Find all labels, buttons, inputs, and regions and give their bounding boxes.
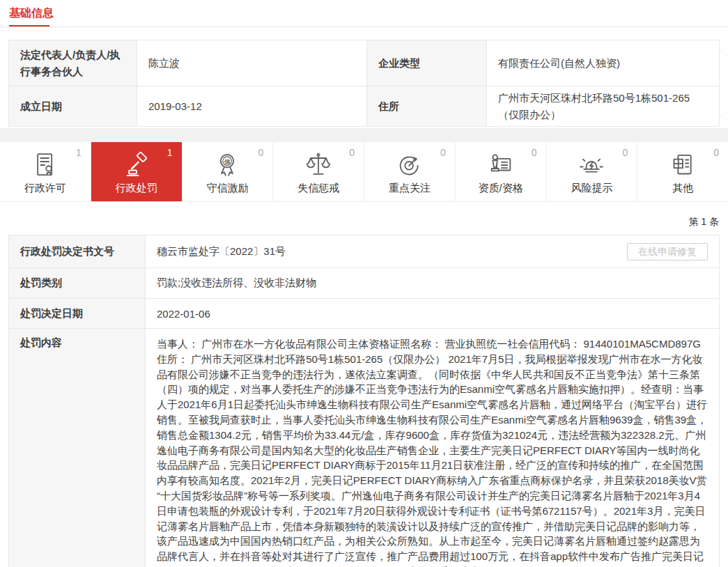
section-title-basic-info: 基础信息 (9, 6, 54, 21)
field-value-penalty-category: 罚款;没收违法所得、没收非法财物 (145, 267, 719, 298)
tab-label: 资质/资格 (479, 182, 523, 195)
svg-text:信: 信 (224, 157, 231, 164)
basic-info-table: 法定代表人/负责人/执行事务合伙人 陈立波 企业类型 有限责任公司(自然人独资)… (8, 40, 720, 127)
field-label-penalty-decision-date: 处罚决定日期 (9, 298, 145, 328)
field-label-penalty-category: 处罚类别 (9, 267, 145, 298)
tab-dishonesty-punishment[interactable]: 0 失信惩戒 (273, 142, 364, 201)
tab-administrative-license[interactable]: 1 行政许可 (0, 142, 91, 201)
alarm-light-icon (578, 150, 605, 180)
field-value-penalty-content: 当事人： 广州市在水一方化妆品有限公司主体资格证照名称： 营业执照统一社会信用代… (145, 328, 719, 567)
tab-label: 重点关注 (389, 182, 431, 195)
target-gauge-icon (396, 150, 424, 180)
field-value-penalty-decision-date: 2022-01-06 (145, 298, 719, 328)
field-label-penalty-doc-number: 行政处罚决定书文号 (9, 235, 145, 267)
balance-scale-icon (304, 150, 332, 180)
tab-label: 风险提示 (571, 182, 612, 195)
tab-qualifications[interactable]: 0 资质/资格 (456, 142, 547, 201)
tab-count-badge: 0 (713, 147, 719, 158)
field-label-establish-date: 成立日期 (9, 86, 137, 126)
penalty-content-text: 当事人： 广州市在水一方化妆品有限公司主体资格证照名称： 营业执照统一社会信用代… (157, 336, 708, 567)
integrity-medal-icon: 信 (213, 150, 241, 180)
record-category-tabs: 1 行政许可 1 行政处罚 0 (0, 142, 728, 202)
company-credit-page: { "colors": { "accent_red": "#d5332b" },… (0, 0, 728, 567)
tab-label: 守信激励 (206, 182, 248, 195)
tab-others[interactable]: 0 其他 (637, 142, 728, 201)
penalty-detail-table: 行政处罚决定书文号 穗云市监处字〔2022〕31号 在线申请修复 处罚类别 罚款… (8, 235, 720, 567)
field-value-establish-date: 2019-03-12 (137, 86, 366, 126)
field-label-address: 住所 (366, 86, 486, 126)
gavel-icon (123, 150, 150, 180)
tab-label: 行政许可 (24, 182, 66, 195)
field-label-legal-representative: 法定代表人/负责人/执行事务合伙人 (9, 40, 137, 86)
section-divider-band (0, 128, 728, 142)
grid-document-icon (669, 150, 697, 180)
field-label-enterprise-type: 企业类型 (366, 40, 486, 86)
penalty-doc-number-text: 穗云市监处字〔2022〕31号 (157, 245, 286, 258)
tab-count-badge: 1 (167, 147, 173, 158)
tab-count-badge: 0 (622, 147, 628, 158)
tab-count-badge: 0 (440, 147, 446, 158)
tab-count-badge: 1 (76, 147, 82, 158)
tab-key-attention[interactable]: 0 重点关注 (364, 142, 456, 201)
record-index-label: 第 1 条 (688, 216, 719, 228)
field-value-legal-representative: 陈立波 (137, 40, 366, 86)
field-value-enterprise-type: 有限责任公司(自然人独资) (486, 40, 719, 86)
tab-count-badge: 0 (349, 147, 355, 158)
certificate-board-icon (487, 150, 515, 180)
tab-risk-alert[interactable]: 0 风险提示 (547, 142, 638, 201)
header-divider-line (0, 26, 728, 27)
field-label-penalty-content: 处罚内容 (9, 328, 145, 567)
license-document-icon (31, 150, 59, 180)
tab-count-badge: 0 (258, 147, 263, 158)
field-value-penalty-doc-number: 穗云市监处字〔2022〕31号 在线申请修复 (145, 235, 719, 267)
tab-integrity-incentive[interactable]: 0 信 守信激励 (183, 142, 274, 201)
tab-label: 失信惩戒 (297, 182, 339, 195)
field-value-address: 广州市天河区珠村北环路50号1栋501-265（仅限办公） (486, 86, 719, 126)
tab-label: 行政处罚 (116, 182, 157, 195)
online-repair-request-button[interactable]: 在线申请修复 (627, 243, 708, 261)
tab-label: 其他 (672, 182, 693, 195)
tab-administrative-penalty[interactable]: 1 行政处罚 (91, 142, 183, 201)
tab-count-badge: 0 (532, 147, 537, 158)
